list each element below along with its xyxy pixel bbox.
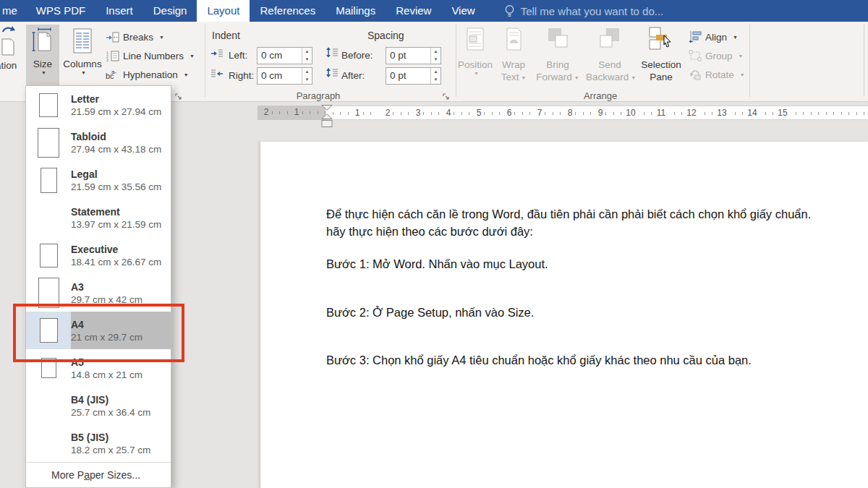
ruler-number: 4 [445,108,453,119]
bring-forward-button[interactable]: Bring Forward▼ [535,25,580,84]
orientation-icon [0,25,17,58]
spin-up[interactable]: ▲ [431,48,441,56]
left-indent-marker[interactable] [322,121,332,127]
paper-size-name: A3 [71,281,142,294]
hanging-indent-marker[interactable] [322,114,332,119]
ribbon-tab[interactable]: View [441,0,485,22]
spin-down[interactable]: ▼ [431,76,441,84]
hyphenation-button[interactable]: bc a- Hyphenation▼ [106,67,189,82]
ruler-number: 9 [597,108,605,119]
spacing-before-spinner[interactable]: ▲▼ [430,48,441,64]
ribbon-tab[interactable]: Mailings [326,0,386,22]
wrap-text-label-1: Wrap [502,59,525,70]
hyphenation-icon: bc a- [106,69,119,80]
indent-left-input[interactable]: 0 cm ▲▼ [257,47,312,64]
indent-left-spinner[interactable]: ▲▼ [302,48,312,64]
paper-size-option[interactable]: B5 (JIS) 18.2 cm x 25.7 cm [26,424,171,462]
columns-button[interactable]: Columns ▼ [62,25,103,85]
size-icon [26,25,59,58]
indent-right-spinner[interactable]: ▲▼ [302,68,312,84]
ruler-number: 11 [655,108,667,119]
send-backward-label-2: Backward [586,72,629,82]
position-button[interactable]: Position ▼ [457,25,493,76]
align-button[interactable]: Align▼ [689,29,738,45]
indent-right-input[interactable]: 0 cm ▲▼ [257,67,312,85]
paper-size-option[interactable]: Tabloid 27.94 cm x 43.18 cm [26,124,171,161]
ribbon-tab[interactable]: Insert [95,0,143,22]
spin-down[interactable]: ▼ [302,76,312,84]
send-backward-button[interactable]: Send Backward▼ [586,25,634,84]
ribbon-tab[interactable]: Layout [197,0,250,22]
page-setup-dialog-launcher[interactable] [175,92,184,105]
more-paper-sizes-label: More Paper Sizes... [51,469,140,481]
indent-right-value: 0 cm [261,70,282,81]
paragraph-dialog-launcher[interactable] [443,92,451,105]
paragraph-intro-line-2: hãy thực hiện theo các bước dưới đây: [326,223,868,240]
spacing-before-input[interactable]: 0 pt ▲▼ [386,47,441,64]
spin-up[interactable]: ▲ [302,48,312,56]
line-numbers-button[interactable]: 1 2 3 Line Numbers▼ [106,48,195,64]
paragraph-step-2: Bước 2: Ở Page Setup, nhấn vào Size. [326,304,868,321]
wrap-text-icon [496,25,531,59]
send-backward-icon [586,25,634,59]
columns-icon [62,25,103,58]
spin-down[interactable]: ▼ [431,56,441,64]
ribbon-tab[interactable]: Design [143,0,197,22]
breaks-button[interactable]: Breaks▼ [106,29,164,45]
spin-up[interactable]: ▲ [302,68,312,76]
paper-size-option[interactable]: Legal 21.59 cm x 35.56 cm [26,161,171,199]
ruler-number: 10 [624,108,637,119]
spacing-heading: Spacing [367,30,404,41]
paper-size-option[interactable]: A5 14.8 cm x 21 cm [26,349,171,387]
paper-size-option[interactable]: A3 29.7 cm x 42 cm [26,274,171,312]
spin-up[interactable]: ▲ [431,68,441,76]
paper-size-option[interactable]: B4 (JIS) 25.7 cm x 36.4 cm [26,387,171,424]
ruler-number: 14 [746,108,758,119]
indent-markers[interactable] [320,105,333,129]
group-separator [205,25,205,97]
paper-icon-cell [26,274,71,312]
tell-me-box[interactable]: Tell me what you want to do... [495,0,673,22]
size-dropdown-arrow: ▼ [28,70,59,75]
paper-size-dropdown-menu: Letter 21.59 cm x 27.94 cm Tabloid 27.94… [25,85,171,488]
size-button[interactable]: Size ▼ [26,25,59,85]
ribbon-tab[interactable]: References [250,0,326,22]
spacing-after-spinner[interactable]: ▲▼ [430,68,441,84]
bring-forward-label-2: Forward [536,72,572,82]
paper-size-option[interactable]: Letter 21.59 cm x 27.94 cm [26,86,171,124]
paper-size-option[interactable]: A4 21 cm x 29.7 cm [26,312,171,349]
spin-down[interactable]: ▼ [302,56,312,64]
paper-icon-cell [26,124,71,161]
align-label: Align [705,32,727,43]
ribbon-tab[interactable]: WPS PDF [26,0,95,22]
paper-size-dimensions: 18.41 cm x 26.67 cm [71,256,161,268]
paper-size-dimensions: 29.7 cm x 42 cm [71,294,142,306]
group-button[interactable]: Group▼ [689,48,743,64]
ribbon-tab[interactable]: me [0,0,26,22]
selection-pane-button[interactable]: Selection Pane [639,25,683,83]
paper-icon-cell [26,312,71,349]
group-separator [864,25,864,97]
ribbon-tab[interactable]: Review [386,0,441,22]
paper-size-dimensions: 21.59 cm x 27.94 cm [71,106,161,118]
spacing-after-input[interactable]: 0 pt ▲▼ [386,67,441,85]
paper-size-name: Legal [71,168,161,181]
paper-size-name: Tabloid [71,130,161,143]
selection-pane-icon [639,25,683,59]
align-icon [689,31,702,43]
paper-page-icon [38,278,59,308]
first-line-indent-marker[interactable] [322,106,332,111]
paper-size-option[interactable]: Executive 18.41 cm x 26.67 cm [26,236,171,274]
orientation-button[interactable]: ation [0,25,20,85]
position-label: Position [457,59,493,71]
document-page[interactable]: Để thực hiện cách căn lề trong Word, đầu… [260,142,868,488]
rotate-button[interactable]: Rotate▼ [689,67,745,82]
indent-right-icon [210,69,224,79]
indent-left-icon [210,48,224,59]
wrap-text-button[interactable]: Wrap Text▼ [496,25,531,84]
paper-size-name: A4 [71,318,142,331]
paper-size-option[interactable]: Statement 13.97 cm x 21.59 cm [26,199,171,236]
indent-right-label: Right: [229,70,254,81]
more-paper-sizes-item[interactable]: More Paper Sizes... [26,462,171,487]
paper-size-dimensions: 21.59 cm x 35.56 cm [71,181,161,193]
